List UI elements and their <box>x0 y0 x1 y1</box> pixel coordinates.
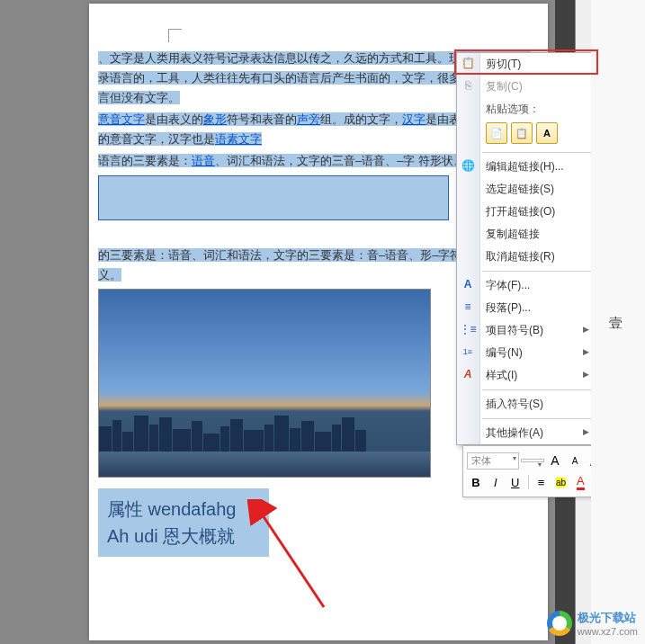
menu-copy-hyperlink[interactable]: 复制超链接 <box>457 223 595 246</box>
menu-label: 打开超链接(O) <box>486 205 555 218</box>
menu-insert-symbol[interactable]: 插入符号(S) <box>457 393 595 416</box>
grow-font-button[interactable]: A <box>546 452 564 470</box>
menu-font[interactable]: A 字体(F)... <box>457 274 595 297</box>
hyperlink[interactable]: 语素文字 <box>215 132 262 146</box>
menu-numbering[interactable]: 1≡ 编号(N)▶ <box>457 342 595 364</box>
font-size-selector[interactable] <box>521 459 544 462</box>
menu-label: 样式(I) <box>486 369 517 381</box>
embedded-image[interactable] <box>98 289 431 478</box>
shrink-font-button[interactable]: A <box>566 452 584 470</box>
image-reflection <box>99 452 430 477</box>
menu-select-hyperlink[interactable]: 选定超链接(S) <box>457 178 595 201</box>
numbering-icon: 1≡ <box>461 344 475 359</box>
menu-label: 项目符号(B) <box>486 324 543 336</box>
selected-text[interactable]: 语言的三要素是：语音、词汇和语法，文字的三音–语音、–字 符形状、义–意义 <box>98 154 506 167</box>
image-content <box>99 411 430 452</box>
styles-icon: A <box>461 367 475 381</box>
ruler-corner <box>168 29 186 47</box>
paste-keep-formatting[interactable]: 📄 <box>486 122 507 144</box>
watermark-url: www.xz7.com <box>578 626 638 637</box>
menu-label: 编号(N) <box>486 346 523 359</box>
menu-bullets[interactable]: ⋮≡ 项目符号(B)▶ <box>457 319 595 342</box>
toolbar-separator <box>528 475 529 489</box>
submenu-arrow-icon: ▶ <box>583 325 589 334</box>
panel-text: 壹 <box>609 315 623 332</box>
menu-paragraph[interactable]: ≡ 段落(P)... <box>457 297 595 319</box>
hyperlink[interactable]: 语音 <box>192 154 215 167</box>
watermark-site-name: 极光下载站 <box>578 610 638 626</box>
menu-label: 编辑超链接(H)... <box>486 160 564 173</box>
menu-label: 插入符号(S) <box>486 398 543 410</box>
hyperlink[interactable]: 象形 <box>203 112 227 126</box>
underline-button[interactable]: U <box>506 473 524 491</box>
hyperlink[interactable]: 意音文字 <box>98 112 145 126</box>
menu-separator <box>482 271 591 272</box>
menu-label: 字体(F)... <box>486 279 530 291</box>
bullets-icon: ⋮≡ <box>461 322 475 336</box>
bold-button[interactable]: B <box>467 473 485 491</box>
align-button[interactable]: ≡ <box>533 473 551 491</box>
text-box[interactable]: 属性 wendafahg Ah udi 恩大概就 <box>98 488 269 557</box>
submenu-arrow-icon: ▶ <box>583 427 589 436</box>
menu-other[interactable]: 其他操作(A)▶ <box>457 422 595 444</box>
highlight-button[interactable]: ab <box>552 473 570 491</box>
menu-cut[interactable]: ✂ 剪切(T) <box>457 53 595 76</box>
submenu-arrow-icon: ▶ <box>583 370 589 379</box>
menu-label: 复制超链接 <box>486 228 540 240</box>
textbox-line: Ah udi 恩大概就 <box>107 523 260 550</box>
clipboard-icon: 📋 <box>461 56 475 70</box>
globe-icon: 🌐 <box>461 158 475 173</box>
menu-edit-hyperlink[interactable]: 🌐 编辑超链接(H)... <box>457 156 595 178</box>
textbox-line: 属性 wendafahg <box>107 496 260 523</box>
paste-text-only[interactable]: A <box>536 122 558 144</box>
font-name-selector[interactable]: 宋体 <box>467 452 519 470</box>
copy-icon: ⎘ <box>461 78 475 93</box>
menu-label: 段落(P)... <box>486 301 531 314</box>
submenu-arrow-icon: ▶ <box>583 347 589 356</box>
menu-copy[interactable]: ⎘ 复制(C) <box>457 76 595 98</box>
font-icon: A <box>461 277 475 291</box>
menu-label: 剪切(T) <box>486 58 521 70</box>
paragraph-icon: ≡ <box>461 300 475 314</box>
logo-icon <box>547 611 572 636</box>
menu-styles[interactable]: A 样式(I)▶ <box>457 364 595 387</box>
menu-open-hyperlink[interactable]: 打开超链接(O) <box>457 201 595 223</box>
hyperlink[interactable]: 汉字 <box>402 112 426 126</box>
paste-merge-formatting[interactable]: 📋 <box>511 122 533 144</box>
menu-label: 选定超链接(S) <box>486 183 554 195</box>
menu-separator <box>482 152 591 153</box>
watermark: 极光下载站 www.xz7.com <box>547 610 638 637</box>
menu-label: 其他操作(A) <box>486 426 543 439</box>
text-frame[interactable] <box>98 175 449 220</box>
menu-label: 取消超链接(R) <box>486 250 555 263</box>
context-menu: ✂ 剪切(T) ⎘ 复制(C) 📋 粘贴选项： 📄 📋 A 🌐 编辑超链接(H)… <box>456 52 596 445</box>
menu-label: 复制(C) <box>486 80 523 93</box>
font-color-button[interactable]: A <box>571 473 589 491</box>
menu-separator <box>482 418 591 419</box>
menu-remove-hyperlink[interactable]: 取消超链接(R) <box>457 246 595 268</box>
menu-separator <box>482 389 591 390</box>
hyperlink[interactable]: 声旁 <box>297 112 320 126</box>
italic-button[interactable]: I <box>487 473 505 491</box>
right-panel: 壹 <box>591 0 645 644</box>
